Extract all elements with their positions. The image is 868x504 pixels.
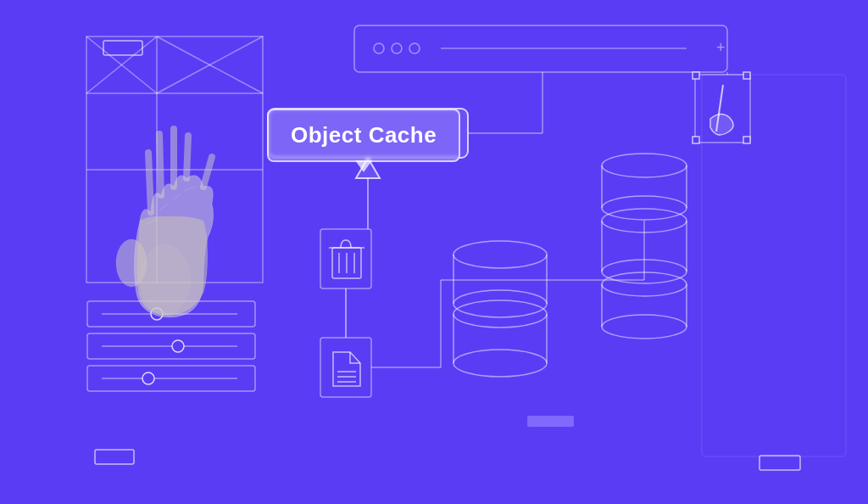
svg-rect-69 — [693, 137, 699, 143]
svg-rect-75 — [702, 75, 846, 456]
svg-rect-9 — [95, 450, 134, 464]
svg-rect-74 — [760, 456, 800, 470]
svg-line-83 — [146, 219, 157, 225]
svg-rect-19 — [354, 25, 727, 72]
svg-point-54 — [602, 196, 687, 220]
svg-point-21 — [392, 43, 402, 53]
svg-point-61 — [602, 272, 687, 296]
svg-point-57 — [602, 154, 687, 177]
svg-point-49 — [453, 300, 547, 328]
svg-rect-0 — [86, 36, 263, 283]
illustration-overlay: .line { stroke: rgba(255,255,255,0.4); s… — [0, 0, 868, 504]
svg-rect-16 — [87, 366, 255, 391]
svg-line-81 — [203, 157, 212, 187]
svg-point-65 — [602, 209, 687, 232]
svg-rect-73 — [527, 416, 574, 427]
svg-point-62 — [602, 260, 687, 283]
object-cache-label: Object Cache — [291, 122, 437, 148]
svg-line-71 — [716, 85, 723, 132]
svg-rect-10 — [87, 301, 255, 327]
svg-line-86 — [185, 187, 195, 191]
svg-rect-30 — [320, 229, 371, 288]
svg-line-77 — [148, 153, 151, 212]
svg-rect-13 — [87, 333, 255, 359]
svg-rect-70 — [743, 137, 750, 143]
main-canvas: .line { stroke: rgba(255,255,255,0.4); s… — [0, 0, 868, 504]
svg-point-82 — [116, 239, 147, 287]
speech-bubble: Object Cache — [267, 109, 460, 162]
svg-rect-67 — [693, 72, 699, 79]
svg-point-22 — [409, 43, 420, 53]
svg-point-58 — [602, 315, 687, 339]
svg-point-50 — [453, 290, 547, 317]
svg-point-15 — [172, 340, 184, 352]
svg-line-7 — [157, 36, 263, 93]
svg-line-78 — [159, 134, 161, 195]
svg-line-6 — [157, 36, 263, 93]
svg-line-5 — [86, 36, 157, 93]
svg-line-4 — [86, 36, 157, 93]
svg-point-18 — [142, 372, 154, 384]
svg-rect-37 — [320, 338, 371, 397]
svg-text:+: + — [716, 39, 726, 56]
svg-rect-31 — [332, 248, 361, 278]
svg-line-85 — [172, 193, 181, 200]
svg-line-84 — [159, 204, 168, 210]
svg-rect-68 — [743, 72, 750, 79]
svg-point-46 — [453, 350, 547, 377]
svg-point-20 — [374, 43, 384, 53]
svg-rect-66 — [695, 75, 750, 143]
svg-point-76 — [140, 244, 191, 316]
svg-point-12 — [151, 308, 163, 320]
svg-point-53 — [453, 241, 547, 268]
svg-line-80 — [186, 136, 188, 178]
svg-rect-8 — [103, 41, 142, 55]
